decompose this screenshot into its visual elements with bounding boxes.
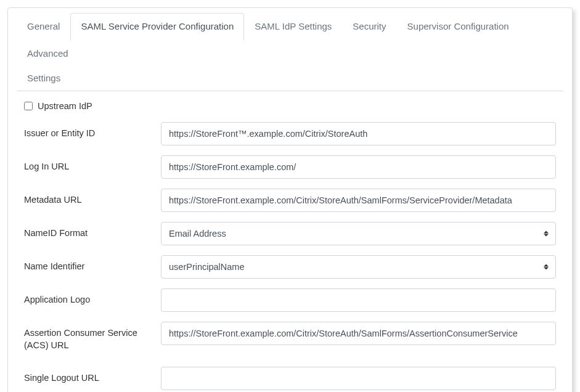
upstream-idp-checkbox[interactable]: [24, 102, 33, 110]
nameid-format-row: NameID Format Email Address: [22, 222, 558, 245]
app-logo-label: Application Logo: [22, 288, 161, 311]
name-identifier-label: Name Identifier: [22, 255, 161, 277]
app-logo-row: Application Logo: [22, 288, 558, 312]
nameid-format-select[interactable]: Email Address: [161, 222, 556, 245]
login-url-input[interactable]: [161, 155, 556, 179]
issuer-input[interactable]: [161, 122, 556, 145]
config-panel: General SAML Service Provider Configurat…: [7, 7, 573, 392]
tab-saml-sp-config[interactable]: SAML Service Provider Configuration: [70, 13, 244, 41]
login-url-label: Log In URL: [22, 155, 161, 178]
slo-url-input[interactable]: [161, 367, 556, 390]
slo-url-row: Single Logout URL: [22, 367, 558, 390]
tab-settings[interactable]: Settings: [17, 71, 563, 84]
nameid-format-label: NameID Format: [22, 222, 161, 244]
metadata-url-label: Metadata URL: [22, 189, 161, 211]
acs-url-label: Assertion Consumer Service (ACS) URL: [22, 322, 161, 357]
upstream-idp-row: Upstream IdP: [22, 101, 558, 111]
tab-security[interactable]: Security: [342, 13, 396, 40]
metadata-url-row: Metadata URL: [22, 189, 558, 212]
login-url-row: Log In URL: [22, 155, 558, 179]
tab-advanced[interactable]: Advanced: [17, 40, 79, 67]
acs-url-row: Assertion Consumer Service (ACS) URL: [22, 322, 558, 357]
upstream-idp-label: Upstream IdP: [38, 101, 92, 111]
tab-content: Upstream IdP Issuer or Entity ID Log In …: [17, 91, 563, 392]
acs-url-input[interactable]: [161, 322, 556, 345]
name-identifier-row: Name Identifier userPrincipalName: [22, 255, 558, 279]
slo-url-label: Single Logout URL: [22, 367, 161, 389]
tab-general[interactable]: General: [17, 13, 70, 40]
metadata-url-input[interactable]: [161, 189, 556, 212]
name-identifier-select[interactable]: userPrincipalName: [161, 255, 556, 279]
tabs-nav: General SAML Service Provider Configurat…: [8, 8, 572, 91]
tab-supervisor-config[interactable]: Supervisor Configuration: [397, 13, 520, 40]
issuer-row: Issuer or Entity ID: [22, 122, 558, 145]
issuer-label: Issuer or Entity ID: [22, 122, 161, 144]
app-logo-input[interactable]: [161, 288, 556, 312]
tab-saml-idp-settings[interactable]: SAML IdP Settings: [244, 13, 342, 40]
